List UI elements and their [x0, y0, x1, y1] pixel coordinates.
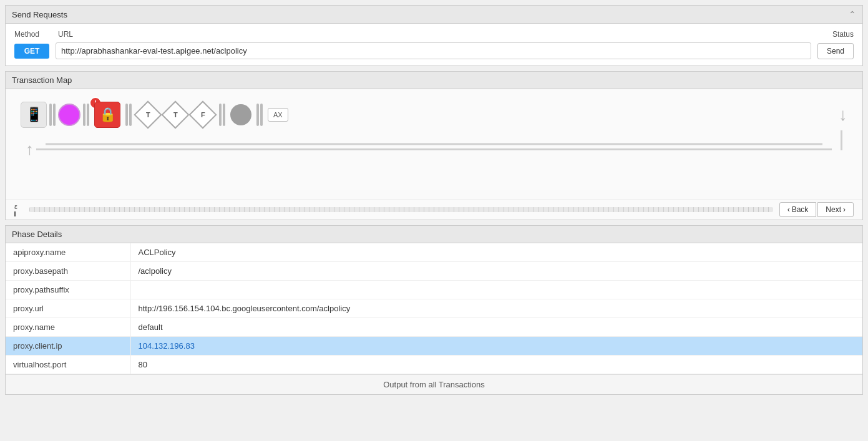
table-row: proxy.url http://196.156.154.104.bc.goog…	[6, 299, 862, 318]
phase-key: proxy.basepath	[6, 262, 130, 281]
phase-details-title: Phase Details	[12, 230, 62, 239]
url-label: URL	[58, 30, 779, 39]
node-circle-pink	[58, 104, 80, 126]
method-url-row: GET Send	[14, 42, 854, 59]
table-row: proxy.pathsuffix	[6, 281, 862, 299]
phase-value: 104.132.196.83	[130, 337, 862, 356]
phase-key: proxy.url	[6, 299, 130, 318]
send-requests-panel: Send Requests ⌃ Method URL Status GET Se…	[5, 5, 863, 66]
phase-value: /aclpolicy	[130, 262, 862, 281]
separator-4	[219, 104, 225, 126]
top-flow-row: 📱 !	[21, 102, 847, 128]
phase-value	[130, 281, 862, 299]
phase-key: proxy.pathsuffix	[6, 281, 130, 299]
table-row: proxy.name default	[6, 318, 862, 337]
main-wrapper: Send Requests ⌃ Method URL Status GET Se…	[0, 5, 868, 395]
phase-details-table: apiproxy.name ACLPolicy proxy.basepath /…	[6, 243, 862, 374]
left-return-arrow: ↑	[26, 140, 34, 159]
timeline-area: ε ‹ Back Next ›	[6, 199, 862, 220]
output-footer: Output from all Transactions	[6, 374, 862, 394]
phase-details-panel: Phase Details apiproxy.name ACLPolicy pr…	[5, 225, 863, 395]
phase-value: default	[130, 318, 862, 337]
phase-key: proxy.name	[6, 318, 130, 337]
node-ax-box: AX	[268, 108, 288, 122]
phone-icon: 📱	[26, 107, 42, 123]
diamond-t1-wrapper: T	[135, 102, 160, 127]
method-button[interactable]: GET	[14, 44, 49, 59]
separator-5	[256, 104, 263, 126]
separator-3	[125, 104, 132, 126]
timeline-bar[interactable]	[29, 207, 773, 212]
phase-key: proxy.client.ip	[6, 337, 130, 356]
epsilon-line	[14, 211, 16, 216]
epsilon-label: ε	[14, 203, 23, 210]
node-lock: 🔒	[94, 102, 120, 128]
method-label: Method	[14, 30, 58, 39]
table-row: proxy.basepath /aclpolicy	[6, 262, 862, 281]
node-lock-container: ! 🔒	[94, 102, 120, 128]
transaction-map-panel: Transaction Map 📱	[5, 71, 863, 220]
right-connect-line	[841, 130, 842, 150]
next-chevron-icon: ›	[843, 205, 846, 214]
diamond-t1-label: T	[146, 111, 150, 119]
diamond-t2-wrapper: T	[163, 102, 188, 127]
right-arrow-icon: ↓	[839, 105, 847, 125]
diamond-t2: T	[161, 100, 189, 128]
back-button[interactable]: ‹ Back	[779, 202, 817, 217]
table-row: apiproxy.name ACLPolicy	[6, 243, 862, 262]
return-line	[36, 148, 832, 150]
timeline-bar-container[interactable]	[29, 207, 773, 212]
phase-value: 80	[130, 356, 862, 374]
return-path: ↑	[21, 130, 847, 162]
phase-key: apiproxy.name	[6, 243, 130, 262]
diamond-f: F	[188, 100, 217, 128]
url-input[interactable]	[56, 42, 811, 59]
node-phone: 📱	[21, 102, 47, 128]
transaction-map-body: 📱 !	[6, 89, 862, 199]
back-chevron-icon: ‹	[788, 205, 790, 214]
diamond-t2-label: T	[173, 111, 178, 119]
nav-buttons: ‹ Back Next ›	[779, 202, 854, 217]
table-row: proxy.client.ip 104.132.196.83	[6, 337, 862, 356]
back-label: Back	[792, 205, 809, 214]
diamond-f-label: F	[201, 111, 205, 119]
separator-2	[83, 104, 89, 126]
collapse-icon[interactable]: ⌃	[849, 9, 856, 19]
diamond-t1: T	[134, 100, 162, 128]
epsilon-area: ε	[14, 203, 23, 216]
labels-row: Method URL Status	[14, 30, 854, 39]
output-footer-label: Output from all Transactions	[383, 380, 485, 389]
lock-icon: 🔒	[99, 107, 116, 123]
send-button[interactable]: Send	[817, 43, 854, 59]
next-label: Next	[826, 205, 841, 214]
status-label: Status	[779, 30, 854, 39]
transaction-map-title: Transaction Map	[12, 75, 72, 85]
right-arrow-spacer: ↓	[291, 105, 847, 125]
send-requests-title: Send Requests	[12, 10, 67, 19]
phase-value: http://196.156.154.104.bc.googleusercont…	[130, 299, 862, 318]
separator-1	[49, 104, 56, 126]
phase-value: ACLPolicy	[130, 243, 862, 262]
next-button[interactable]: Next ›	[817, 202, 854, 217]
send-requests-body: Method URL Status GET Send	[6, 24, 862, 65]
diamond-f-wrapper: F	[190, 102, 215, 127]
send-requests-header: Send Requests ⌃	[6, 6, 862, 24]
table-row: virtualhost.port 80	[6, 356, 862, 374]
transaction-map-header: Transaction Map	[6, 72, 862, 89]
phase-key: virtualhost.port	[6, 356, 130, 374]
flow-diagram: 📱 !	[14, 95, 854, 193]
phase-details-header: Phase Details	[6, 226, 862, 243]
node-circle-gray	[230, 104, 251, 125]
